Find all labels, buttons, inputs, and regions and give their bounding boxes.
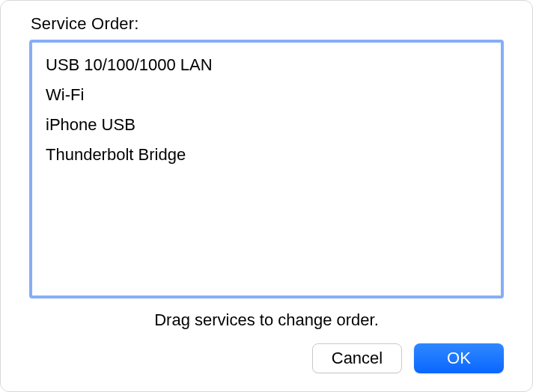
list-item[interactable]: Wi-Fi: [32, 80, 501, 110]
list-item[interactable]: USB 10/100/1000 LAN: [32, 50, 501, 80]
list-item[interactable]: Thunderbolt Bridge: [32, 140, 501, 170]
button-row: Cancel OK: [29, 343, 504, 373]
cancel-button[interactable]: Cancel: [312, 343, 402, 373]
service-order-dialog: Service Order: USB 10/100/1000 LAN Wi-Fi…: [0, 0, 533, 392]
list-item[interactable]: iPhone USB: [32, 110, 501, 140]
ok-button[interactable]: OK: [414, 343, 504, 373]
hint-label: Drag services to change order.: [29, 310, 504, 330]
dialog-title: Service Order:: [31, 14, 504, 34]
service-order-list[interactable]: USB 10/100/1000 LAN Wi-Fi iPhone USB Thu…: [29, 40, 504, 298]
